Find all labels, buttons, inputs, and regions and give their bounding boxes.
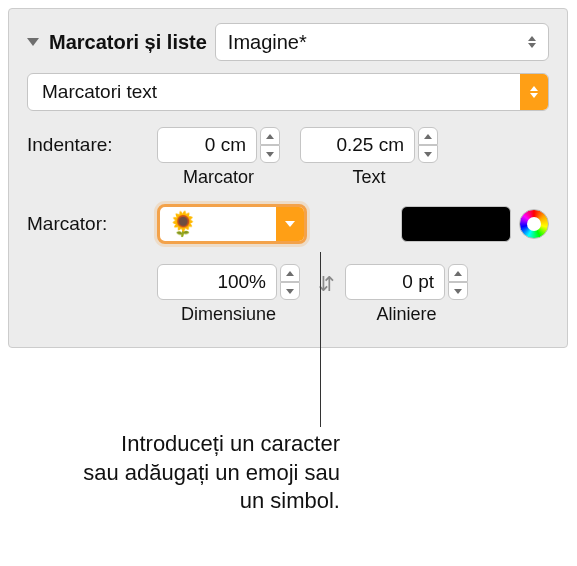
marker-color-well[interactable]	[401, 206, 511, 242]
text-indent-stepper[interactable]: 0.25 cm	[300, 127, 438, 163]
step-down-button[interactable]	[260, 145, 280, 163]
marker-character-select[interactable]: 🌻	[157, 204, 307, 244]
list-style-select[interactable]: Imagine*	[215, 23, 549, 61]
chevron-down-icon	[276, 207, 304, 241]
marker-label: Marcator:	[27, 213, 157, 235]
bullet-indent-field[interactable]: 0 cm	[157, 127, 257, 163]
section-title: Marcatori și liste	[49, 31, 207, 54]
size-stepper[interactable]: 100%	[157, 264, 300, 300]
callout-line	[320, 252, 321, 427]
align-stepper[interactable]: 0 pt	[345, 264, 468, 300]
chevrons-icon	[520, 74, 548, 110]
align-column: 0 pt Aliniere	[345, 264, 468, 325]
step-up-button[interactable]	[418, 127, 438, 145]
flower-emoji-icon: 🌻	[160, 210, 206, 238]
text-indent-column: 0.25 cm Text	[300, 127, 438, 188]
step-up-button[interactable]	[260, 127, 280, 145]
chevrons-icon	[528, 36, 536, 48]
indent-label: Indentare:	[27, 134, 157, 156]
step-up-button[interactable]	[448, 264, 468, 282]
bullet-type-select[interactable]: Marcatori text	[27, 73, 549, 111]
text-indent-field[interactable]: 0.25 cm	[300, 127, 415, 163]
step-up-button[interactable]	[280, 264, 300, 282]
align-field[interactable]: 0 pt	[345, 264, 445, 300]
indent-row: Indentare: 0 cm Marcator 0.25 cm Text	[27, 127, 549, 188]
size-sublabel: Dimensiune	[181, 304, 276, 325]
text-indent-sublabel: Text	[352, 167, 385, 188]
size-field[interactable]: 100%	[157, 264, 277, 300]
step-down-button[interactable]	[448, 282, 468, 300]
bullet-indent-stepper[interactable]: 0 cm	[157, 127, 280, 163]
section-header: Marcatori și liste Imagine*	[27, 23, 549, 61]
stepper-buttons	[418, 127, 438, 163]
bullet-type-value: Marcatori text	[42, 81, 157, 103]
stepper-buttons	[260, 127, 280, 163]
size-column: 100% Dimensiune	[157, 264, 300, 325]
bullets-lists-panel: Marcatori și liste Imagine* Marcatori te…	[8, 8, 568, 348]
bullet-indent-sublabel: Marcator	[183, 167, 254, 188]
list-style-value: Imagine*	[228, 31, 307, 54]
color-wheel-icon[interactable]	[519, 209, 549, 239]
step-down-button[interactable]	[280, 282, 300, 300]
callout-caption: Introduceți un caracter sau adăugați un …	[80, 430, 340, 516]
marker-row: Marcator: 🌻	[27, 204, 549, 244]
disclosure-triangle-icon[interactable]	[27, 38, 39, 46]
align-sublabel: Aliniere	[376, 304, 436, 325]
stepper-buttons	[448, 264, 468, 300]
step-down-button[interactable]	[418, 145, 438, 163]
size-align-row: 100% Dimensiune ⇵ 0 pt Aliniere	[27, 264, 549, 325]
stepper-buttons	[280, 264, 300, 300]
bullet-indent-column: 0 cm Marcator	[157, 127, 280, 188]
